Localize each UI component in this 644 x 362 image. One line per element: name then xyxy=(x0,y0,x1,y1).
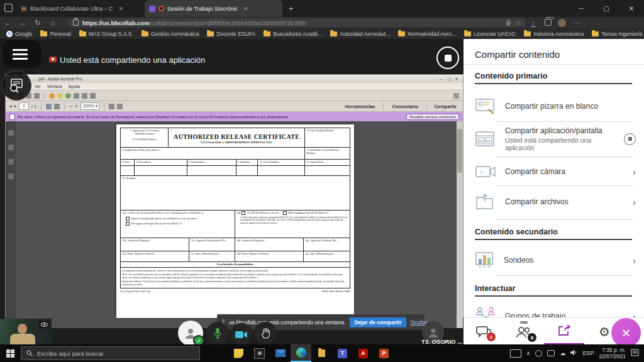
taskbar-stickynotes-icon[interactable] xyxy=(228,344,249,362)
bookmark-folder[interactable]: Docente ESUFA xyxy=(207,31,255,37)
bookmark-folder[interactable]: Licencias UAEAC xyxy=(464,31,516,37)
raise-hand-button[interactable] xyxy=(254,322,277,344)
approve-icon[interactable] xyxy=(65,93,71,99)
form-block13b-field[interactable]: 13b. Authorized Signature: xyxy=(121,238,189,251)
acrobat-minimize-icon[interactable]: ─ xyxy=(440,77,443,81)
taskbar-search-box[interactable]: Escribe aquí para buscar xyxy=(21,346,200,360)
form-block13e-field[interactable]: 13e. Date (dd/mmm/yyyy): xyxy=(189,251,235,261)
taskbar-explorer-icon[interactable] xyxy=(311,344,332,362)
bookmark-folder[interactable]: Industria Aeronáutica xyxy=(524,31,584,37)
taskbar-mail-icon[interactable] xyxy=(270,344,291,362)
bookmark-folder[interactable]: Autoridad Aeronáut... xyxy=(330,31,390,37)
refresh-icon[interactable]: ↻ xyxy=(30,19,45,27)
touch-keyboard-icon[interactable] xyxy=(510,349,521,358)
stop-sharing-button[interactable] xyxy=(436,47,459,69)
form-block4-field[interactable]: 4. Organization Name and Address: xyxy=(121,148,305,159)
form-quantity-field[interactable] xyxy=(236,166,258,175)
checkbox-approved-design[interactable] xyxy=(126,217,130,221)
start-button[interactable] xyxy=(0,344,21,362)
tools-tab[interactable]: Herramientas xyxy=(345,104,375,109)
tray-expand-icon[interactable]: ∧ xyxy=(526,350,531,356)
form-block14d-field[interactable]: 14d. Name (Typed or Printed): xyxy=(235,251,304,261)
email-icon[interactable] xyxy=(34,93,40,99)
share-files-item[interactable]: Compartir archivos › xyxy=(475,187,636,217)
zoom-level-select[interactable]: 100% ▾ xyxy=(80,102,99,110)
acrobat-titlebar[interactable]: ….pdf - Adobe Acrobat Pro ─ ▢ ✕ xyxy=(6,75,463,83)
bookmark-folder[interactable]: MAS Group S.A.S. xyxy=(79,31,133,37)
tab-close-icon[interactable]: ✕ xyxy=(243,6,248,12)
form-item-field[interactable] xyxy=(121,166,135,175)
home-icon[interactable]: ⌂ xyxy=(45,19,60,26)
eye-visibility-icon[interactable] xyxy=(38,321,50,329)
address-bar[interactable]: https://us.bbcollab.com/collab/ui/sessio… xyxy=(68,18,526,27)
tool-icon[interactable] xyxy=(49,93,55,99)
menu-ayuda[interactable]: Ayuda xyxy=(69,84,80,89)
form-remarks-field[interactable]: 12. Remarks: xyxy=(121,176,350,210)
new-tab-button[interactable]: + xyxy=(282,4,300,13)
microphone-button[interactable] xyxy=(206,322,229,344)
form-block5-field[interactable]: 5. Work Order/Contract/Invoice Number: xyxy=(305,148,350,159)
bookmarks-panel-icon[interactable] xyxy=(8,145,14,150)
close-icon[interactable]: ✕ xyxy=(619,0,644,17)
highlight-fields-button[interactable]: Resaltar campos existentes xyxy=(406,114,459,120)
session-menu-button[interactable] xyxy=(3,40,42,68)
taskbar-edge-icon[interactable] xyxy=(291,344,311,362)
browser-tab-blackboard[interactable]: Bb Blackboard Collaborate Ultra – C ✕ xyxy=(16,0,145,17)
acrobat-maximize-icon[interactable]: ▢ xyxy=(447,77,451,82)
form-serial-field[interactable] xyxy=(258,166,305,175)
onedrive-cloud-icon[interactable]: ☁ xyxy=(560,350,565,356)
find-icon[interactable] xyxy=(453,93,459,99)
forward-icon[interactable]: → xyxy=(15,19,30,26)
favorite-star-icon[interactable]: ☆ xyxy=(515,19,521,26)
stamp-icon[interactable] xyxy=(82,93,87,99)
share-tab[interactable]: Compartir xyxy=(434,104,457,109)
zoom-out-icon[interactable]: − xyxy=(69,103,72,109)
taskbar-teams-icon[interactable]: T xyxy=(332,344,353,362)
my-status-avatar-button[interactable]: ✓ xyxy=(178,321,203,346)
form-block13d-field[interactable]: 13d. Name (Typed or Printed): xyxy=(121,251,189,261)
select-tool-icon[interactable] xyxy=(54,104,60,109)
signatures-panel-icon[interactable] xyxy=(8,173,14,179)
minimize-icon[interactable]: ─ xyxy=(569,0,594,17)
camera-share-button[interactable] xyxy=(230,323,253,346)
fit-width-icon[interactable] xyxy=(109,104,114,109)
share-content-tab[interactable] xyxy=(544,318,584,345)
scrollbar-thumb[interactable] xyxy=(457,129,462,173)
tab-actions-icon[interactable] xyxy=(0,3,16,14)
comment-tab[interactable]: Comentario xyxy=(392,104,418,109)
form-block14b-field[interactable]: 14b. Authorized Signature: xyxy=(235,238,304,251)
bookmark-folder[interactable]: Personal xyxy=(40,31,71,37)
comment-icon[interactable] xyxy=(57,93,63,99)
browser-tab-session[interactable]: Sesión de Trabajo Sincrónic ✕ xyxy=(145,0,282,17)
language-indicator[interactable]: ESP xyxy=(582,350,594,356)
form-status-field[interactable] xyxy=(305,166,350,175)
shared-document-overlay-icon[interactable] xyxy=(1,70,31,101)
tray-app-icon[interactable] xyxy=(535,350,542,357)
prev-page-icon[interactable]: ◂ xyxy=(9,104,12,109)
speaker-icon[interactable] xyxy=(570,349,577,357)
checkbox-cfr-return[interactable] xyxy=(242,211,245,215)
share-whiteboard-item[interactable]: Compartir pizarra en blanco xyxy=(475,91,632,121)
zoom-in-icon[interactable]: + xyxy=(75,103,78,109)
download-icon[interactable]: ↓ xyxy=(526,19,541,26)
hand-tool-icon[interactable] xyxy=(46,104,52,109)
tray-chat-icon[interactable] xyxy=(547,350,555,356)
stop-sharing-bar-button[interactable]: Dejar de compartir xyxy=(350,317,406,327)
close-panel-button[interactable]: × xyxy=(611,318,641,348)
taskbar-acrobat-icon[interactable]: A xyxy=(353,344,374,362)
form-block14e-field[interactable]: 14e. Date (dd/mmm/yyyy): xyxy=(304,251,350,261)
form-description-field[interactable] xyxy=(135,166,187,175)
bookmark-folder[interactable]: Normatividad Aero... xyxy=(398,31,456,37)
maximize-icon[interactable]: ▢ xyxy=(594,0,619,17)
acrobat-scrollbar[interactable] xyxy=(457,121,463,328)
page-number-input[interactable]: 1 xyxy=(19,102,29,110)
fit-page-icon[interactable] xyxy=(117,104,123,109)
next-page-icon[interactable]: ▸ xyxy=(14,104,17,109)
participants-tab[interactable]: 8 xyxy=(504,318,544,345)
form-block14c-field[interactable]: 14c. Approval/Certificate No.: xyxy=(304,238,350,251)
form-partnumber-field[interactable] xyxy=(187,166,236,175)
collections-icon[interactable] xyxy=(541,17,555,28)
polls-item[interactable]: Sondeos › xyxy=(475,246,636,274)
form-block13c-field[interactable]: 13c. Approval/Authorization No.: xyxy=(189,238,235,251)
bookmark-folder[interactable]: Gestión Aeronáutica xyxy=(142,31,199,37)
